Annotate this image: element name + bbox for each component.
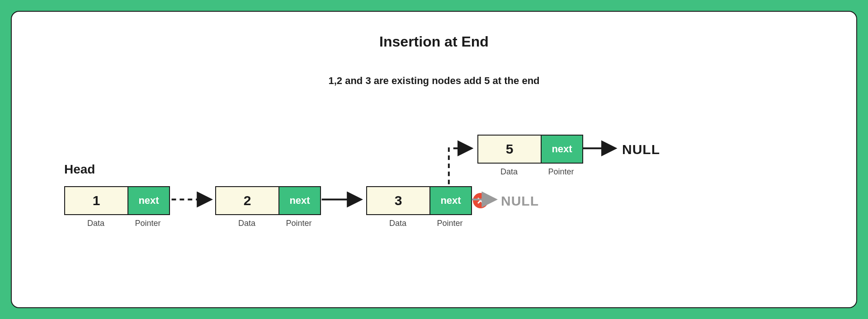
node-new-data: 5 bbox=[478, 136, 542, 163]
node-2: 2 next bbox=[215, 186, 321, 215]
diagram-canvas: Insertion at End 1,2 and 3 are existing … bbox=[11, 11, 857, 308]
null-label-new: NULL bbox=[622, 142, 660, 157]
node-2-sublabels: Data Pointer bbox=[215, 219, 319, 228]
node-3-pointer-label: Pointer bbox=[429, 219, 470, 228]
arrow-3-to-new bbox=[449, 148, 471, 184]
node-2-pointer-label: Pointer bbox=[278, 219, 319, 228]
node-new-pointer-label: Pointer bbox=[541, 167, 581, 177]
node-3: 3 next bbox=[366, 186, 472, 215]
node-3-sublabels: Data Pointer bbox=[366, 219, 470, 228]
node-2-pointer: next bbox=[279, 187, 320, 214]
head-label: Head bbox=[64, 162, 95, 177]
node-new-sublabels: Data Pointer bbox=[477, 167, 581, 177]
node-1-pointer-label: Pointer bbox=[127, 219, 168, 228]
removed-link-icon bbox=[473, 193, 488, 208]
node-2-data-label: Data bbox=[215, 219, 278, 228]
diagram-title: Insertion at End bbox=[12, 33, 856, 50]
node-1-pointer: next bbox=[128, 187, 169, 214]
arrows-layer bbox=[12, 12, 856, 307]
node-1-data-label: Data bbox=[64, 219, 127, 228]
diagram-subtitle: 1,2 and 3 are existing nodes add 5 at th… bbox=[12, 75, 856, 87]
node-1-data: 1 bbox=[65, 187, 128, 214]
null-label-old: NULL bbox=[501, 193, 539, 209]
node-2-data: 2 bbox=[216, 187, 279, 214]
node-1: 1 next bbox=[64, 186, 170, 215]
node-3-data-label: Data bbox=[366, 219, 429, 228]
node-3-pointer: next bbox=[430, 187, 471, 214]
node-new-data-label: Data bbox=[477, 167, 541, 177]
node-1-sublabels: Data Pointer bbox=[64, 219, 168, 228]
node-3-data: 3 bbox=[367, 187, 430, 214]
node-new-pointer: next bbox=[542, 136, 582, 163]
node-new: 5 next bbox=[477, 135, 583, 164]
